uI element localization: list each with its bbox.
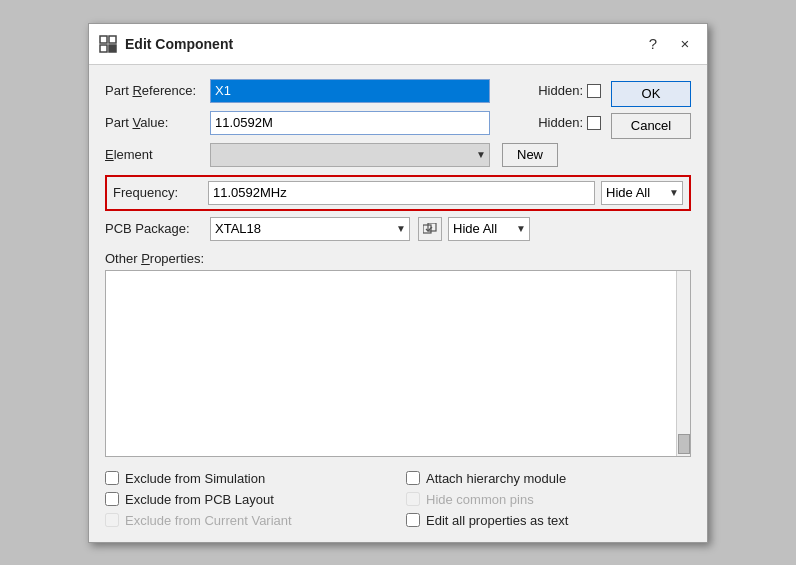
exclude-pcb-label[interactable]: Exclude from PCB Layout — [125, 492, 274, 507]
checkbox-col-right: Attach hierarchy module Hide common pins… — [406, 471, 691, 528]
svg-rect-1 — [109, 36, 116, 43]
top-section: Part Reference: Hidden: Part Value: — [105, 79, 691, 175]
title-bar-right: ? × — [641, 32, 697, 56]
exclude-pcb-row: Exclude from PCB Layout — [105, 492, 390, 507]
attach-hierarchy-row: Attach hierarchy module — [406, 471, 691, 486]
element-input-area: ▼ New — [210, 143, 601, 167]
element-select[interactable] — [210, 143, 490, 167]
scroll-thumb — [678, 434, 690, 454]
other-properties-label: Other Properties: — [105, 251, 691, 266]
part-reference-row: Part Reference: Hidden: — [105, 79, 601, 103]
title-bar-left: Edit Component — [99, 35, 233, 53]
svg-rect-2 — [100, 45, 107, 52]
checkbox-col-left: Exclude from Simulation Exclude from PCB… — [105, 471, 390, 528]
hide-common-pins-label: Hide common pins — [426, 492, 534, 507]
frequency-row: Frequency: Hide All Show Hide ▼ — [105, 175, 691, 211]
dialog-title: Edit Component — [125, 36, 233, 52]
edit-all-properties-label[interactable]: Edit all properties as text — [426, 513, 568, 528]
exclude-simulation-row: Exclude from Simulation — [105, 471, 390, 486]
element-row: Element ▼ New — [105, 143, 601, 167]
exclude-variant-row: Exclude from Current Variant — [105, 513, 390, 528]
ok-button[interactable]: OK — [611, 81, 691, 107]
part-reference-hidden-checkbox[interactable] — [587, 84, 601, 98]
edit-component-dialog: Edit Component ? × Part Reference: Hidd — [88, 23, 708, 543]
other-properties-area — [105, 270, 691, 457]
hidden-label-2: Hidden: — [538, 115, 583, 130]
help-button[interactable]: ? — [641, 32, 665, 56]
part-reference-label: Part Reference: — [105, 83, 210, 98]
top-form: Part Reference: Hidden: Part Value: — [105, 79, 601, 175]
cancel-button[interactable]: Cancel — [611, 113, 691, 139]
hide-common-pins-checkbox — [406, 492, 420, 506]
part-value-input[interactable] — [210, 111, 490, 135]
dialog-icon — [99, 35, 117, 53]
frequency-input[interactable] — [208, 181, 595, 205]
exclude-simulation-checkbox[interactable] — [105, 471, 119, 485]
edit-all-properties-checkbox[interactable] — [406, 513, 420, 527]
pcb-package-label: PCB Package: — [105, 221, 210, 236]
frequency-label: Frequency: — [113, 185, 208, 200]
edit-all-properties-row: Edit all properties as text — [406, 513, 691, 528]
exclude-variant-checkbox — [105, 513, 119, 527]
browse-icon — [423, 223, 437, 235]
top-right-buttons: OK Cancel — [601, 79, 691, 175]
new-button[interactable]: New — [502, 143, 558, 167]
scrollbar[interactable] — [676, 271, 690, 456]
attach-hierarchy-checkbox[interactable] — [406, 471, 420, 485]
part-reference-input[interactable] — [210, 79, 490, 103]
exclude-variant-label: Exclude from Current Variant — [125, 513, 292, 528]
hide-common-pins-row: Hide common pins — [406, 492, 691, 507]
dialog-body: Part Reference: Hidden: Part Value: — [89, 65, 707, 542]
part-reference-hidden-area: Hidden: — [538, 83, 601, 98]
part-value-label: Part Value: — [105, 115, 210, 130]
hidden-label-1: Hidden: — [538, 83, 583, 98]
other-properties-textarea[interactable] — [106, 271, 676, 456]
part-value-hidden-area: Hidden: — [538, 115, 601, 130]
checkboxes-section: Exclude from Simulation Exclude from PCB… — [105, 471, 691, 528]
pcb-package-select[interactable]: XTAL18 — [210, 217, 410, 241]
svg-rect-3 — [109, 45, 116, 52]
pcb-package-browse-button[interactable] — [418, 217, 442, 241]
pcb-package-row: PCB Package: XTAL18 ▼ — [105, 217, 691, 241]
svg-rect-0 — [100, 36, 107, 43]
part-value-hidden-checkbox[interactable] — [587, 116, 601, 130]
title-bar: Edit Component ? × — [89, 24, 707, 65]
part-reference-input-area — [210, 79, 526, 103]
part-value-input-area — [210, 111, 526, 135]
element-label: Element — [105, 147, 210, 162]
attach-hierarchy-label[interactable]: Attach hierarchy module — [426, 471, 566, 486]
exclude-pcb-checkbox[interactable] — [105, 492, 119, 506]
close-button[interactable]: × — [673, 32, 697, 56]
pcb-visibility-select[interactable]: Hide All Show Hide — [448, 217, 530, 241]
frequency-visibility-select[interactable]: Hide All Show Hide — [601, 181, 683, 205]
part-value-row: Part Value: Hidden: — [105, 111, 601, 135]
exclude-simulation-label[interactable]: Exclude from Simulation — [125, 471, 265, 486]
